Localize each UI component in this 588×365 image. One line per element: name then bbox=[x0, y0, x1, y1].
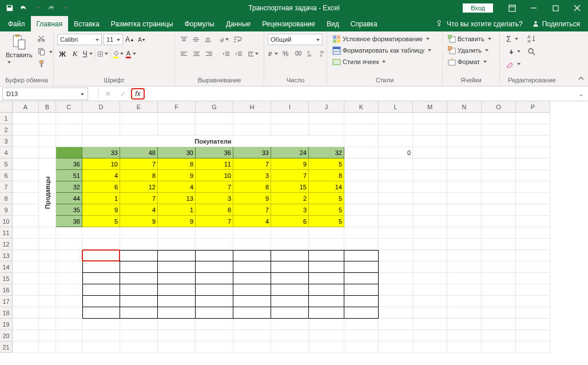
percent-button[interactable]: % bbox=[280, 49, 291, 59]
cell[interactable]: 51 bbox=[56, 170, 82, 181]
bold-button[interactable]: Ж bbox=[57, 49, 67, 59]
cell[interactable] bbox=[516, 307, 550, 319]
column-header[interactable]: M bbox=[413, 101, 447, 113]
cell[interactable] bbox=[271, 342, 309, 353]
clear-button[interactable] bbox=[504, 58, 522, 70]
align-top-icon[interactable] bbox=[178, 34, 189, 45]
cell[interactable] bbox=[233, 239, 271, 250]
cell[interactable] bbox=[120, 113, 158, 124]
cell[interactable]: 48 bbox=[120, 147, 158, 158]
cell[interactable] bbox=[344, 204, 379, 216]
cell[interactable] bbox=[482, 136, 516, 147]
cell[interactable] bbox=[13, 342, 39, 353]
cell[interactable] bbox=[39, 147, 56, 158]
cell[interactable] bbox=[158, 124, 196, 136]
cell[interactable] bbox=[13, 216, 39, 227]
cell[interactable] bbox=[413, 227, 447, 239]
cut-button[interactable] bbox=[36, 33, 54, 45]
cell[interactable] bbox=[447, 158, 482, 170]
cell[interactable] bbox=[196, 284, 233, 296]
cell[interactable] bbox=[120, 330, 158, 342]
cell[interactable] bbox=[82, 296, 120, 307]
cell[interactable] bbox=[344, 307, 379, 319]
cell[interactable]: 36 bbox=[56, 158, 82, 170]
cell[interactable] bbox=[233, 296, 271, 307]
cell[interactable] bbox=[413, 136, 447, 147]
cell[interactable] bbox=[233, 319, 271, 330]
number-format-combo[interactable]: Общий bbox=[268, 34, 323, 45]
cell[interactable] bbox=[447, 136, 482, 147]
cell[interactable]: 5 bbox=[309, 204, 344, 216]
cell[interactable] bbox=[482, 307, 516, 319]
cell[interactable] bbox=[413, 273, 447, 284]
cell[interactable]: 4 bbox=[158, 181, 196, 193]
italic-button[interactable]: К bbox=[70, 49, 80, 59]
row-header[interactable]: 6 bbox=[0, 170, 13, 181]
cell[interactable] bbox=[39, 319, 56, 330]
cell[interactable] bbox=[516, 170, 550, 181]
cell[interactable] bbox=[309, 124, 344, 136]
row-header[interactable]: 15 bbox=[0, 273, 13, 284]
cell[interactable] bbox=[56, 296, 82, 307]
cell[interactable]: 24 bbox=[271, 147, 309, 158]
cell[interactable]: 12 bbox=[120, 181, 158, 193]
cell[interactable] bbox=[516, 342, 550, 353]
cell[interactable] bbox=[196, 307, 233, 319]
increase-decimal-icon[interactable]: .0.00 bbox=[305, 49, 316, 59]
cell[interactable]: 6 bbox=[271, 216, 309, 227]
cell[interactable] bbox=[413, 261, 447, 273]
cell[interactable]: 11 bbox=[196, 158, 233, 170]
column-header[interactable]: I bbox=[271, 101, 309, 113]
cell[interactable]: 7 bbox=[271, 170, 309, 181]
fill-button[interactable] bbox=[504, 46, 522, 57]
decrease-font-icon[interactable]: A▼ bbox=[137, 34, 147, 45]
cell[interactable] bbox=[447, 181, 482, 193]
cell[interactable] bbox=[516, 158, 550, 170]
row-header[interactable]: 5 bbox=[0, 158, 13, 170]
column-header[interactable]: C bbox=[56, 101, 82, 113]
cell[interactable] bbox=[482, 113, 516, 124]
cell[interactable] bbox=[482, 239, 516, 250]
cell[interactable] bbox=[196, 273, 233, 284]
select-all-corner[interactable] bbox=[0, 101, 13, 113]
cell[interactable] bbox=[309, 284, 344, 296]
align-right-icon[interactable] bbox=[204, 49, 214, 59]
column-header[interactable]: N bbox=[447, 101, 482, 113]
cell[interactable] bbox=[482, 147, 516, 158]
row-header[interactable]: 17 bbox=[0, 296, 13, 307]
cell[interactable] bbox=[309, 273, 344, 284]
cell[interactable] bbox=[482, 296, 516, 307]
cell[interactable]: 33 bbox=[233, 147, 271, 158]
cell[interactable] bbox=[413, 296, 447, 307]
tell-me-search[interactable]: Что вы хотите сделать? bbox=[436, 20, 523, 28]
column-header[interactable]: L bbox=[379, 101, 413, 113]
cell[interactable] bbox=[271, 284, 309, 296]
cell[interactable] bbox=[13, 319, 39, 330]
cell[interactable] bbox=[120, 342, 158, 353]
font-color-button[interactable]: А bbox=[126, 49, 136, 59]
cell[interactable] bbox=[56, 113, 82, 124]
cell[interactable] bbox=[233, 284, 271, 296]
cell[interactable]: 7 bbox=[233, 204, 271, 216]
undo-dropdown[interactable] bbox=[31, 2, 43, 14]
cell[interactable] bbox=[13, 296, 39, 307]
cell[interactable] bbox=[516, 330, 550, 342]
merge-button[interactable] bbox=[248, 49, 259, 59]
cell[interactable] bbox=[344, 136, 379, 147]
row-header[interactable]: 10 bbox=[0, 216, 13, 227]
cell[interactable] bbox=[447, 170, 482, 181]
cell[interactable] bbox=[120, 284, 158, 296]
cell[interactable]: 36 bbox=[196, 147, 233, 158]
cell[interactable] bbox=[82, 261, 120, 273]
format-painter-button[interactable] bbox=[36, 58, 54, 70]
cell[interactable] bbox=[271, 273, 309, 284]
cell[interactable]: 32 bbox=[56, 181, 82, 193]
cell[interactable] bbox=[120, 319, 158, 330]
cell[interactable] bbox=[516, 261, 550, 273]
cell[interactable]: 6 bbox=[82, 181, 120, 193]
cell[interactable] bbox=[56, 330, 82, 342]
cell[interactable] bbox=[233, 261, 271, 273]
cell[interactable]: 9 bbox=[271, 158, 309, 170]
cell[interactable] bbox=[379, 342, 413, 353]
cell[interactable]: 15 bbox=[271, 181, 309, 193]
